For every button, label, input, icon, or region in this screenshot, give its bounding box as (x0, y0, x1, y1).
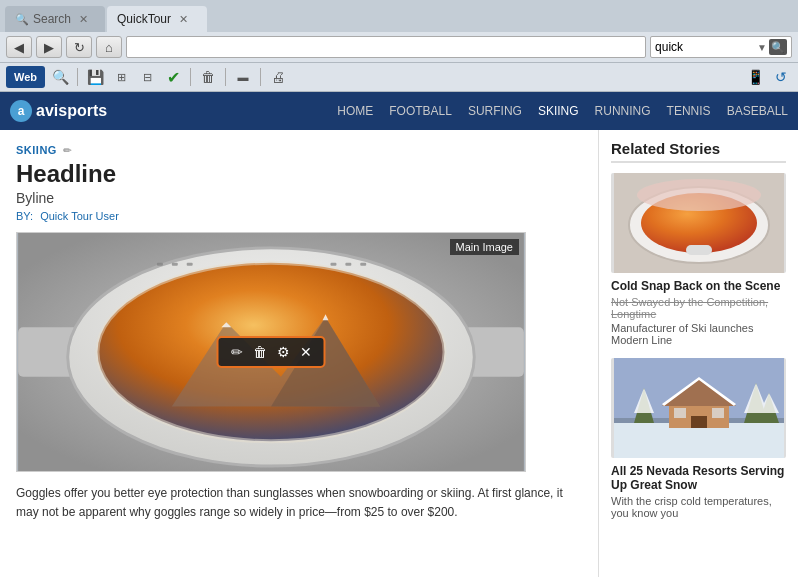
right-toolbar-icons: 📱 ↺ (744, 66, 792, 88)
nav-football[interactable]: FOOTBALL (389, 104, 452, 118)
related-image-1-svg (614, 173, 784, 273)
floating-toolbar: ✏ 🗑 ⚙ ✕ (217, 336, 326, 368)
section-label: SKIING ✏ (16, 144, 582, 156)
author-name: Quick Tour User (40, 210, 119, 222)
related-story-2[interactable]: All 25 Nevada Resorts Serving Up Great S… (611, 358, 786, 519)
ft-delete-button[interactable]: 🗑 (249, 342, 271, 362)
related-story-1-subtitle: Not Swayed by the Competition, Longtime (611, 296, 786, 320)
nav-skiing[interactable]: SKIING (538, 104, 579, 118)
home-button[interactable]: ⌂ (96, 36, 122, 58)
logo-text: avisports (36, 102, 107, 120)
svg-rect-14 (187, 263, 193, 266)
related-image-1 (611, 173, 786, 273)
toolbar-separator-3 (225, 68, 226, 86)
forward-button[interactable]: ▶ (36, 36, 62, 58)
toolbar-separator-2 (190, 68, 191, 86)
tab-search[interactable]: 🔍 Search ✕ (5, 6, 105, 32)
print-tool-icon[interactable]: 🖨 (267, 66, 289, 88)
search-button[interactable]: 🔍 (769, 39, 787, 55)
svg-rect-37 (712, 408, 724, 418)
article-byline: Byline (16, 190, 582, 206)
nav-baseball[interactable]: BASEBALL (727, 104, 788, 118)
search-tab-label: Search (33, 12, 71, 26)
section-text: SKIING (16, 144, 57, 156)
search-box-wrapper: ▼ 🔍 (650, 36, 792, 58)
grid-tool-icon[interactable]: ⊞ (110, 66, 132, 88)
sidebar-title: Related Stories (611, 140, 786, 163)
ft-edit-button[interactable]: ✏ (227, 342, 247, 362)
browser-chrome: 🔍 Search ✕ QuickTour ✕ ◀ ▶ ↻ ⌂ ▼ 🔍 Web 🔍… (0, 0, 798, 92)
article-body: Goggles offer you better eye protection … (16, 484, 582, 522)
nav-home[interactable]: HOME (337, 104, 373, 118)
article-area: SKIING ✏ Headline Byline BY: Quick Tour … (0, 130, 598, 577)
logo-icon: a (10, 100, 32, 122)
page-content: a avisports HOME FOOTBALL SURFING SKIING… (0, 92, 798, 577)
article-image-container: Main Image (16, 232, 526, 472)
web-button[interactable]: Web (6, 66, 45, 88)
check-tool-icon[interactable]: ✔ (162, 66, 184, 88)
sidebar: Related Stories (598, 130, 798, 577)
search-input[interactable] (655, 40, 755, 54)
related-image-2-svg (614, 358, 784, 458)
svg-rect-22 (686, 245, 712, 255)
search-tab-close[interactable]: ✕ (79, 13, 88, 26)
tab-bar: 🔍 Search ✕ QuickTour ✕ (0, 0, 798, 32)
search-magnifier-icon: 🔍 (771, 41, 785, 54)
toolbar-separator-4 (260, 68, 261, 86)
mobile-icon[interactable]: 📱 (744, 66, 766, 88)
related-image-2 (611, 358, 786, 458)
refresh-button[interactable]: ↻ (66, 36, 92, 58)
search-tool-icon[interactable]: 🔍 (49, 66, 71, 88)
svg-rect-17 (360, 263, 366, 266)
tab-quicktour[interactable]: QuickTour ✕ (107, 6, 207, 32)
layout-tool-icon[interactable]: ▬ (232, 66, 254, 88)
article-headline: Headline (16, 160, 582, 188)
logo-letter: a (18, 104, 25, 118)
svg-rect-16 (345, 263, 351, 266)
toolbar-separator-1 (77, 68, 78, 86)
related-story-2-title: All 25 Nevada Resorts Serving Up Great S… (611, 464, 786, 492)
grid2-tool-icon[interactable]: ⊟ (136, 66, 158, 88)
toolbar-row: Web 🔍 💾 ⊞ ⊟ ✔ 🗑 ▬ 🖨 📱 ↺ (0, 63, 798, 92)
section-edit-icon[interactable]: ✏ (63, 145, 72, 156)
svg-rect-35 (691, 416, 707, 428)
nav-running[interactable]: RUNNING (595, 104, 651, 118)
svg-rect-15 (331, 263, 337, 266)
svg-rect-36 (674, 408, 686, 418)
refresh2-icon[interactable]: ↺ (770, 66, 792, 88)
related-story-1-subtitle2: Manufacturer of Ski launches Modern Line (611, 322, 786, 346)
address-row: ◀ ▶ ↻ ⌂ ▼ 🔍 (0, 32, 798, 63)
article-author: BY: Quick Tour User (16, 210, 582, 222)
site-logo: a avisports (10, 100, 107, 122)
svg-rect-12 (157, 263, 163, 266)
search-dropdown-icon[interactable]: ▼ (757, 42, 767, 53)
main-layout: SKIING ✏ Headline Byline BY: Quick Tour … (0, 130, 798, 577)
site-navigation: a avisports HOME FOOTBALL SURFING SKIING… (0, 92, 798, 130)
address-input[interactable] (126, 36, 646, 58)
svg-rect-25 (614, 423, 784, 458)
ft-close-button[interactable]: ✕ (296, 342, 316, 362)
image-label: Main Image (450, 239, 519, 255)
save-tool-icon[interactable]: 💾 (84, 66, 106, 88)
author-prefix: BY: (16, 210, 33, 222)
svg-rect-13 (172, 263, 178, 266)
quicktour-tab-label: QuickTour (117, 12, 171, 26)
quicktour-tab-close[interactable]: ✕ (179, 13, 188, 26)
related-story-1[interactable]: Cold Snap Back on the Scene Not Swayed b… (611, 173, 786, 346)
ft-settings-button[interactable]: ⚙ (273, 342, 294, 362)
nav-tennis[interactable]: TENNIS (667, 104, 711, 118)
nav-links: HOME FOOTBALL SURFING SKIING RUNNING TEN… (337, 104, 788, 118)
trash-tool-icon[interactable]: 🗑 (197, 66, 219, 88)
related-story-2-text: With the crisp cold temperatures, you kn… (611, 495, 786, 519)
related-story-1-title: Cold Snap Back on the Scene (611, 279, 786, 293)
nav-surfing[interactable]: SURFING (468, 104, 522, 118)
back-button[interactable]: ◀ (6, 36, 32, 58)
svg-point-21 (637, 179, 761, 211)
search-tab-icon: 🔍 (15, 13, 29, 26)
